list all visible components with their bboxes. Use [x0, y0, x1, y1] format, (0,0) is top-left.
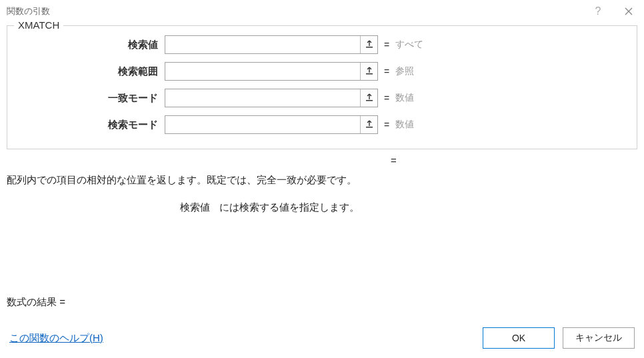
arg-label: 一致モード	[18, 92, 165, 105]
collapse-icon	[365, 67, 373, 76]
titlebar: 関数の引数 ?	[0, 0, 644, 23]
arg-input-wrap	[165, 35, 378, 54]
ok-button[interactable]: OK	[483, 327, 555, 349]
arg-input-search-mode[interactable]	[165, 116, 360, 133]
function-name: XMATCH	[14, 19, 63, 31]
argument-description: 検索値には検索する値を指定します。	[7, 201, 637, 214]
collapse-icon	[365, 40, 373, 49]
help-icon: ?	[595, 5, 601, 17]
cancel-button[interactable]: キャンセル	[563, 327, 635, 349]
close-button[interactable]	[613, 0, 644, 23]
arg-label: 検索範囲	[18, 65, 165, 78]
refedit-button[interactable]	[360, 89, 377, 107]
refedit-button[interactable]	[360, 116, 377, 133]
formula-result: 数式の結果 =	[7, 296, 637, 309]
collapse-icon	[365, 120, 373, 129]
equals-sign: =	[378, 39, 395, 50]
refedit-button[interactable]	[360, 63, 377, 80]
arg-label: 検索モード	[18, 119, 165, 131]
svg-rect-0	[366, 47, 373, 48]
arg-hint: 参照	[395, 65, 414, 77]
refedit-button[interactable]	[360, 36, 377, 53]
arg-input-lookup-array[interactable]	[165, 63, 360, 80]
equals-sign: =	[378, 66, 395, 77]
collapse-icon	[365, 93, 373, 103]
arg-hint: 数値	[395, 119, 414, 131]
arg-hint: 数値	[395, 92, 414, 104]
svg-rect-1	[366, 73, 373, 75]
arg-input-lookup-value[interactable]	[165, 36, 360, 53]
equals-sign: =	[378, 119, 395, 130]
help-link[interactable]: この関数のヘルプ(H)	[9, 332, 103, 345]
arguments-fieldset: XMATCH 検索値 = すべて 検索範囲 = 参照	[7, 25, 637, 149]
arg-row: 検索範囲 = 参照	[18, 62, 626, 81]
arg-row: 検索値 = すべて	[18, 35, 626, 54]
arg-input-wrap	[165, 62, 378, 81]
arg-hint: すべて	[395, 39, 423, 51]
arg-input-wrap	[165, 89, 378, 107]
arg-label: 検索値	[18, 39, 165, 51]
help-button[interactable]: ?	[583, 0, 613, 23]
arg-input-wrap	[165, 115, 378, 134]
arg-input-match-mode[interactable]	[165, 89, 360, 107]
svg-rect-3	[366, 127, 373, 128]
svg-rect-2	[366, 100, 373, 101]
equals-sign: =	[378, 93, 395, 103]
close-icon	[625, 7, 633, 15]
arg-desc-name: 検索値	[180, 201, 210, 213]
arg-row: 一致モード = 数値	[18, 89, 626, 107]
arg-desc-text: には検索する値を指定します。	[219, 201, 359, 213]
footer: この関数のヘルプ(H) OK キャンセル	[7, 327, 637, 351]
window-title: 関数の引数	[7, 5, 50, 17]
function-description: 配列内での項目の相対的な位置を返します。既定では、完全一致が必要です。	[7, 174, 637, 187]
result-equals: =	[7, 155, 637, 166]
arg-row: 検索モード = 数値	[18, 115, 626, 134]
